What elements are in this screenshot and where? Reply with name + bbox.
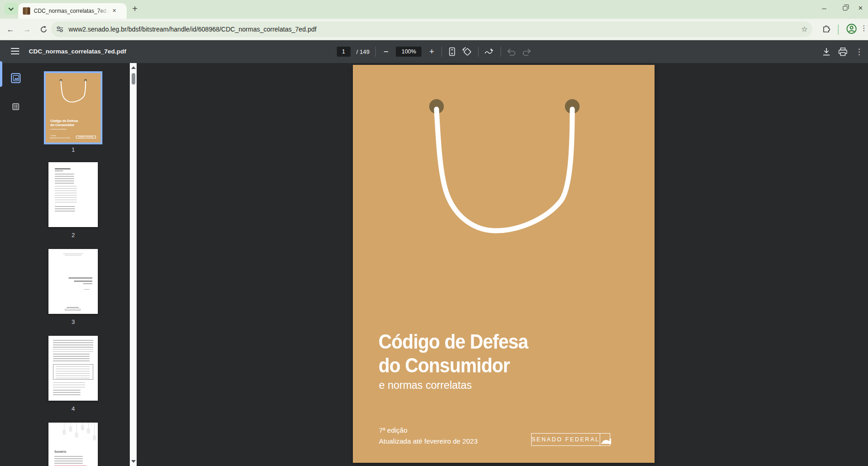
toolbar-divider: [501, 47, 501, 57]
bag-handle-illustration: [46, 73, 101, 143]
page-thumbnail-2[interactable]: [48, 162, 98, 227]
annotate-button[interactable]: [485, 48, 495, 56]
pdf-menu-button[interactable]: [11, 48, 19, 54]
zoom-out-button[interactable]: −: [382, 47, 390, 57]
profile-icon: [846, 23, 857, 34]
mini-cover-subtitle: e normas correlatas: [50, 128, 66, 130]
hamburger-icon: [11, 48, 19, 49]
document-outline-icon: [12, 103, 19, 110]
cover-title: Código de Defesa do Consumidor: [378, 330, 528, 377]
thumbnail-label: 1: [46, 146, 101, 153]
print-button[interactable]: [838, 48, 847, 56]
tab-title: CDC_normas_correlatas_7ed.pdf: [34, 8, 109, 14]
site-settings-icon[interactable]: [56, 25, 64, 33]
puzzle-icon: [822, 24, 831, 33]
bag-handle-illustration: [353, 65, 655, 463]
fit-to-page-button[interactable]: [448, 47, 456, 56]
extensions-button[interactable]: [822, 24, 831, 35]
zoom-level: 100%: [396, 47, 421, 57]
sidebar-active-indicator: [0, 61, 2, 87]
outline-panel-button[interactable]: [11, 101, 21, 111]
chevron-down-icon: [8, 5, 13, 11]
mini-cover-edition: 7ª edição Atualizada até fevereiro de 20…: [50, 135, 70, 139]
url-text: www2.senado.leg.br/bdsf/bitstream/handle…: [69, 26, 316, 33]
pdf-toolbar: CDC_normas_correlatas_7ed.pdf / 149 − 10…: [0, 40, 868, 63]
window-close-button[interactable]: ×: [853, 0, 868, 16]
reload-button[interactable]: [37, 24, 49, 36]
profile-avatar[interactable]: [846, 23, 857, 36]
scrollbar-thumb[interactable]: [132, 73, 135, 85]
toolbar-divider: [442, 47, 442, 57]
senado-dome-icon: [601, 439, 611, 444]
forward-button[interactable]: →: [21, 24, 33, 36]
publisher-box: SENADO FEDERAL: [531, 433, 610, 446]
bookmark-star-icon[interactable]: ☆: [801, 25, 808, 33]
scroll-up-arrow[interactable]: [131, 66, 136, 69]
page-thumbnail-5[interactable]: Sumário: [48, 423, 98, 466]
restore-icon: [843, 6, 847, 11]
page-thumbnail-3[interactable]: [48, 249, 98, 314]
pdf-document-title: CDC_normas_correlatas_7ed.pdf: [29, 48, 126, 55]
cover-subtitle: e normas correlatas: [379, 379, 472, 392]
thumbnail-label: 2: [46, 232, 101, 238]
download-icon: [822, 48, 831, 56]
tab-search-button[interactable]: [5, 3, 18, 15]
tab-strip: CDC_normas_correlatas_7ed.pdf × + ─ ×: [0, 0, 868, 19]
page-number-input[interactable]: [337, 47, 351, 57]
sidebar-scrollbar[interactable]: [130, 63, 137, 466]
senado-logo: [600, 434, 610, 445]
publisher-name: SENADO FEDERAL: [532, 434, 600, 445]
pdf-viewer: Código de Defesa do Consumidor e normas …: [0, 63, 868, 466]
thumbnail-label: 4: [46, 405, 101, 412]
back-button[interactable]: ←: [5, 24, 16, 36]
cover-edition: 7ª edição Atualizada até fevereiro de 20…: [379, 425, 478, 447]
reload-icon: [40, 26, 48, 33]
thumbnails-icon: [13, 75, 19, 81]
thumb5-sumario-heading: Sumário: [54, 450, 66, 453]
redo-button[interactable]: [522, 48, 531, 56]
toolbar-divider: [478, 47, 479, 57]
pdf-more-button[interactable]: ⋮: [855, 47, 862, 57]
fit-page-icon: [448, 47, 456, 56]
rotate-button[interactable]: [462, 47, 472, 57]
pen-draw-icon: [485, 48, 495, 56]
address-bar[interactable]: www2.senado.leg.br/bdsf/bitstream/handle…: [51, 21, 812, 37]
thumbnails-panel-button[interactable]: [11, 73, 21, 83]
mini-cover-title: Código de Defesa do Consumidor: [50, 119, 78, 127]
thumbnail-label: 3: [46, 318, 101, 325]
browser-tab[interactable]: CDC_normas_correlatas_7ed.pdf ×: [18, 3, 127, 19]
mini-publisher-box: SENADO FEDERAL: [76, 136, 96, 138]
page-thumbnail-4[interactable]: [48, 336, 98, 401]
new-tab-button[interactable]: +: [129, 4, 140, 15]
undo-button[interactable]: [507, 48, 516, 56]
rotate-ccw-icon: [462, 47, 472, 57]
scroll-down-arrow[interactable]: [131, 460, 136, 463]
zoom-in-button[interactable]: +: [427, 47, 436, 57]
undo-icon: [507, 48, 516, 56]
print-icon: [838, 48, 847, 56]
page-total: / 149: [357, 48, 370, 55]
toolbar-divider: [375, 47, 376, 57]
page-thumbnail-1[interactable]: Código de Defesa do Consumidor e normas …: [46, 73, 101, 143]
window-minimize-button[interactable]: ─: [814, 0, 835, 16]
toolbar-separator: [838, 25, 839, 35]
download-button[interactable]: [822, 48, 831, 56]
browser-menu-button[interactable]: ⋮: [860, 24, 868, 32]
tab-close-icon[interactable]: ×: [110, 7, 118, 15]
pdf-page-1: Código de Defesa do Consumidor e normas …: [353, 65, 655, 463]
redo-icon: [522, 48, 531, 56]
pdf-favicon-icon: [23, 7, 30, 15]
